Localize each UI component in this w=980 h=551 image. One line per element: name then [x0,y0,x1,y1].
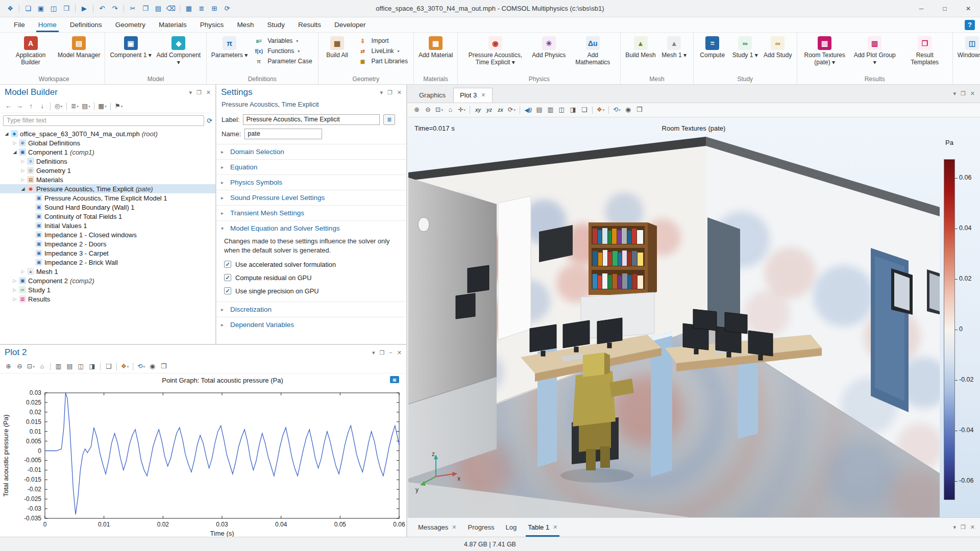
menu-tab-definitions[interactable]: Definitions [63,17,109,32]
ribbon-button-add-physics[interactable]: ✳Add Physics [530,35,567,60]
tree-item-office-space-63-30t0-n4-ma-out-mph-root[interactable]: ◢◆office_space_63_30T0_N4_ma_out.mph(roo… [0,129,215,138]
room-3d-view[interactable] [407,117,980,517]
cut-icon[interactable]: ✂ [127,3,139,15]
axis-equal-icon[interactable]: ◫ [76,361,86,372]
print-icon[interactable]: ❒ [60,3,72,15]
ribbon-button-parameters[interactable]: πParameters ▾ [210,35,249,60]
menu-tab-geometry[interactable]: Geometry [109,17,152,32]
close-tab-icon[interactable]: ✕ [481,92,485,98]
view-yz-icon[interactable]: yz [484,105,495,115]
tree-filter-input[interactable] [3,115,204,126]
ribbon-button-windows[interactable]: ◫Windows ▾ [956,35,980,60]
panel-close-icon[interactable]: ✕ [206,89,211,96]
ribbon-button-add-study[interactable]: ∞Add Study [762,35,794,60]
zoom-box-icon[interactable]: ⊡▾ [26,361,36,372]
tree-item-component-2-comp2[interactable]: ▷▣Component 2(comp2) [0,276,215,285]
orthographic-projection-icon[interactable]: ◫ [556,105,567,115]
tab-graphics[interactable]: Graphics [412,88,452,103]
tree-item-continuity-of-total-fields-1[interactable]: ▣Continuity of Total Fields 1 [0,212,215,221]
tree-item-pressure-acoustics-time-explicit-model-1[interactable]: ▣Pressure Acoustics, Time Explicit Model… [0,193,215,203]
node-text-icon[interactable]: ≣▾ [69,101,80,112]
snapshot-icon[interactable]: ◉ [623,105,633,115]
tree-item-materials[interactable]: ▷▤Materials [0,175,215,184]
node-grouping-icon[interactable]: ▤▾ [81,101,91,112]
ribbon-button-room-textures-pate[interactable]: ▥Room Textures (pate) ▾ [800,35,849,67]
panel-close-icon[interactable]: ✕ [397,89,402,96]
ribbon-button-model-manager[interactable]: ▤Model Manager [56,35,102,60]
ribbon-button-study-1[interactable]: ∞Study 1 ▾ [729,35,761,60]
ribbon-button-add-component[interactable]: ◆Add Component ▾ [154,35,203,67]
expander-closed-icon[interactable]: ▷ [19,269,27,274]
undo-icon[interactable]: ↶ [96,3,108,15]
update-plot-icon[interactable]: ⟲▾ [136,361,146,372]
menu-tab-physics[interactable]: Physics [193,17,231,32]
section-header-transient-mesh-settings[interactable]: ▸Transient Mesh Settings [216,206,406,220]
view-xy-icon[interactable]: xy [473,105,483,115]
model-tree-windows-icon[interactable]: ▦▾ [97,101,108,112]
tab-plot-3[interactable]: Plot 3✕ [453,88,492,103]
move-down-icon[interactable]: ↓ [37,101,47,112]
panel-menu-icon[interactable]: ▾ [380,89,383,96]
maximize-button[interactable]: □ [933,0,957,17]
minimize-button[interactable]: ─ [910,0,933,17]
view-zx-icon[interactable]: zx [495,105,506,115]
panel-menu-icon[interactable]: ▾ [953,524,956,531]
refresh-icon[interactable]: ⟳ [207,117,212,124]
paste-icon[interactable]: ▤ [152,3,164,15]
show-icon[interactable]: ◎▾ [53,101,64,112]
comsol-logo-icon[interactable]: ❖ [4,3,16,15]
ribbon-button-parameter-case[interactable]: πParameter Case [250,57,314,66]
update-solution-icon[interactable]: ⟳ [221,3,233,15]
ribbon-button-result-templates[interactable]: ❒Result Templates [900,35,949,67]
panel-close-icon[interactable]: ✕ [970,524,975,531]
panel-float-icon[interactable]: ❐ [961,90,966,97]
tree-item-global-definitions[interactable]: ▷⊕Global Definitions [0,138,215,147]
menu-tab-study[interactable]: Study [260,17,291,32]
scene-light-icon[interactable]: ◨ [568,105,578,115]
play-sound-icon[interactable]: ◀)) [523,105,533,115]
menu-tab-materials[interactable]: Materials [152,17,193,32]
tab-table-1[interactable]: Table 1✕ [522,518,563,537]
ribbon-button-mesh-1[interactable]: ▲Mesh 1 ▾ [658,35,690,60]
tree-item-impedance-3-carpet[interactable]: ▣Impedance 3 - Carpet [0,248,215,258]
zoom-box-icon[interactable]: ⊡▾ [434,105,445,115]
expander-closed-icon[interactable]: ▷ [11,278,18,283]
ribbon-button-build-mesh[interactable]: ▲Build Mesh [624,35,657,60]
expander-closed-icon[interactable]: ▷ [19,177,27,182]
panel-minimize-icon[interactable]: − [389,349,392,356]
tab-messages[interactable]: Messages✕ [412,518,462,537]
menu-tab-results[interactable]: Results [291,17,328,32]
label-field[interactable] [243,114,380,125]
move-up-icon[interactable]: ↑ [26,101,36,112]
ribbon-button-add-material[interactable]: ▦Add Material [417,35,454,60]
ribbon-button-build-all[interactable]: ▦Build All [322,35,353,60]
tag-icon[interactable]: ⚑▾ [113,101,124,112]
tree-item-pressure-acoustics-time-explicit-pate[interactable]: ◢◉Pressure Acoustics, Time Explicit(pate… [0,184,215,193]
axis-orientation-icon[interactable]: ▥ [545,105,556,115]
section-header-model-equation-and-solver-settings[interactable]: ▾Model Equation and Solver Settings [216,221,406,236]
open-icon[interactable]: ❏ [22,3,34,15]
panel-float-icon[interactable]: ❐ [387,89,393,96]
tree-item-sound-hard-boundary-wall-1[interactable]: ▣Sound Hard Boundary (Wall) 1 [0,203,215,212]
panel-menu-icon[interactable]: ▾ [953,90,956,97]
zoom-in-icon[interactable]: ⊕ [3,361,14,372]
zoom-out-icon[interactable]: ⊖ [423,105,433,115]
ribbon-button-livelink[interactable]: ⇄LiveLink▾ [354,46,410,56]
save-icon[interactable]: ▣ [35,3,47,15]
panel-menu-icon[interactable]: ▾ [189,89,192,96]
tree-item-impedance-2-doors[interactable]: ▣Impedance 2 - Doors [0,239,215,248]
ribbon-button-application-builder[interactable]: AApplication Builder [6,35,55,67]
help-button[interactable]: ? [965,20,975,30]
checkbox-use-single-precision-on-gpu[interactable]: ✓Use single precision on GPU [224,287,399,295]
ribbon-button-compute[interactable]: =Compute [697,35,728,60]
name-field[interactable] [244,129,322,139]
graphics-viewport[interactable]: Time=0.017 s Room Textures (pate) Pa z x… [407,117,980,517]
tree-item-results[interactable]: ▷▥Results [0,294,215,304]
tab-progress[interactable]: Progress [462,518,500,537]
go-to-view-icon[interactable]: ✛▾ [456,105,467,115]
section-header-physics-symbols[interactable]: ▸Physics Symbols [216,175,406,190]
zoom-out-icon[interactable]: ⊖ [14,361,25,372]
tree-item-definitions[interactable]: ▷≡Definitions [0,157,215,166]
back-icon[interactable]: ← [3,101,14,112]
close-button[interactable]: ✕ [957,0,980,17]
